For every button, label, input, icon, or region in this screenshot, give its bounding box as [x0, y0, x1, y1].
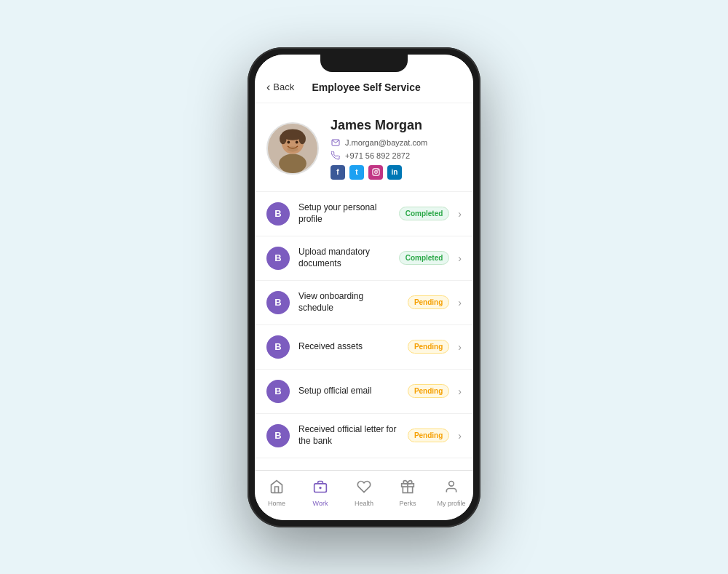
task-chevron-4: ›: [458, 341, 462, 353]
task-badge-2: Completed: [399, 251, 450, 265]
nav-item-work[interactable]: Work: [298, 477, 342, 510]
phone-notch: [320, 55, 408, 72]
email-text: J.morgan@bayzat.com: [345, 138, 427, 147]
nav-label-perks: Perks: [399, 500, 416, 507]
back-label: Back: [273, 81, 294, 92]
profile-section: James Morgan J.morgan@bayzat.com: [255, 103, 473, 192]
task-icon-1: B: [266, 202, 290, 226]
task-badge-4: Pending: [408, 340, 449, 354]
svg-point-18: [449, 481, 454, 486]
bottom-nav: Home Work: [255, 470, 473, 520]
profile-name: James Morgan: [331, 118, 462, 133]
nav-label-work: Work: [313, 500, 328, 507]
email-row: J.morgan@bayzat.com: [331, 137, 462, 148]
task-chevron-2: ›: [458, 252, 462, 264]
task-chevron-6: ›: [458, 430, 462, 442]
nav-item-profile[interactable]: My profile: [430, 477, 473, 510]
phone-row: +971 56 892 2872: [331, 151, 462, 161]
task-chevron-5: ›: [458, 386, 462, 397]
task-label-4: Received assets: [298, 341, 399, 353]
task-label-1: Setup your personal profile: [298, 202, 390, 225]
svg-point-11: [374, 171, 377, 174]
task-icon-5: B: [266, 380, 290, 403]
nav-item-home[interactable]: Home: [255, 477, 298, 510]
task-chevron-3: ›: [458, 297, 462, 308]
header-title: Employee Self Service: [294, 81, 438, 93]
work-icon: [313, 479, 328, 498]
svg-point-4: [280, 133, 286, 144]
task-item-6[interactable]: B Received official letter for the bank …: [255, 414, 473, 458]
avatar: [266, 122, 319, 175]
task-item-4[interactable]: B Received assets Pending ›: [255, 325, 473, 370]
task-item-2[interactable]: B Upload mandatory documents Completed ›: [255, 236, 473, 281]
phone-screen: ‹ Back Employee Self Service: [255, 55, 473, 520]
task-icon-4: B: [266, 335, 290, 359]
back-button[interactable]: ‹ Back: [266, 81, 294, 94]
task-badge-6: Pending: [408, 428, 449, 442]
facebook-icon[interactable]: f: [331, 165, 345, 180]
perks-icon: [400, 479, 415, 498]
task-item-1[interactable]: B Setup your personal profile Completed …: [255, 192, 473, 236]
linkedin-icon[interactable]: in: [387, 165, 402, 180]
task-icon-3: B: [266, 291, 290, 314]
svg-point-8: [287, 146, 298, 152]
phone-text: +971 56 892 2872: [345, 151, 410, 160]
social-icons: f t in: [331, 165, 462, 180]
task-label-3: View onboarding schedule: [298, 291, 399, 314]
twitter-icon[interactable]: t: [349, 165, 364, 180]
task-badge-5: Pending: [408, 384, 449, 398]
svg-point-1: [279, 154, 306, 173]
nav-label-profile: My profile: [437, 500, 465, 507]
task-chevron-1: ›: [458, 208, 462, 220]
task-icon-6: B: [266, 424, 290, 447]
task-item-3[interactable]: B View onboarding schedule Pending ›: [255, 281, 473, 325]
nav-item-perks[interactable]: Perks: [386, 477, 430, 510]
svg-point-12: [377, 170, 378, 170]
health-icon: [357, 479, 371, 498]
task-label-5: Setup official email: [298, 386, 399, 397]
instagram-icon[interactable]: [368, 165, 383, 180]
svg-point-7: [296, 141, 298, 144]
nav-item-health[interactable]: Health: [342, 477, 386, 510]
phone-frame: ‹ Back Employee Self Service: [248, 47, 480, 527]
task-badge-1: Completed: [399, 207, 450, 220]
task-item-5[interactable]: B Setup official email Pending ›: [255, 370, 473, 414]
task-label-2: Upload mandatory documents: [298, 247, 390, 269]
tasks-list: B Setup your personal profile Completed …: [255, 192, 473, 470]
back-chevron-icon: ‹: [266, 81, 270, 94]
home-icon: [269, 479, 284, 498]
svg-point-5: [299, 133, 306, 144]
profile-info: James Morgan J.morgan@bayzat.com: [331, 118, 462, 180]
profile-icon: [444, 479, 459, 498]
task-label-6: Received official letter for the bank: [298, 424, 399, 447]
svg-point-6: [287, 141, 290, 144]
phone-icon: [331, 151, 341, 161]
task-icon-2: B: [266, 247, 290, 270]
nav-label-home: Home: [268, 500, 285, 507]
nav-label-health: Health: [355, 500, 373, 507]
task-badge-3: Pending: [408, 295, 449, 309]
svg-rect-10: [372, 169, 379, 175]
email-icon: [331, 137, 341, 148]
